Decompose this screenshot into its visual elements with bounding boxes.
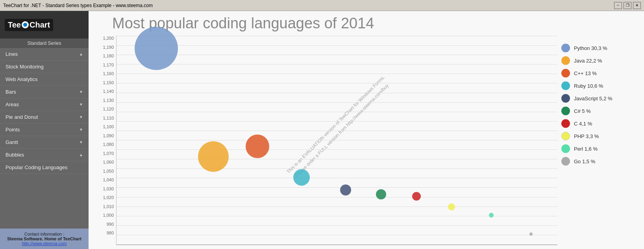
sidebar-item-bars[interactable]: Bars ▼ — [0, 86, 89, 98]
logo: Tee Chart — [5, 19, 53, 31]
y-axis-label: 1,030 — [103, 186, 114, 191]
grid-line — [117, 55, 557, 55]
legend-label: Go 1,5 % — [574, 159, 595, 164]
points-arrow: ▼ — [79, 127, 83, 132]
y-axis-label: 1,190 — [103, 45, 114, 50]
legend-label: Perl 1,6 % — [574, 146, 598, 152]
legend-item: JavaScript 5,2 % — [561, 94, 632, 103]
contact-url[interactable]: http://www.steema.com — [22, 241, 67, 246]
legend-label: JavaScript 5,2 % — [574, 96, 613, 101]
watermark: This is an EVALUATION version of TeeChar… — [285, 74, 393, 182]
legend-label: Ruby 10,6 % — [574, 83, 603, 89]
grid-line — [117, 64, 557, 65]
legend-label: Java 22,2 % — [574, 58, 602, 64]
bubble-ruby[interactable] — [293, 169, 310, 186]
bubble-python[interactable] — [135, 27, 178, 70]
chart-with-axis: 1,2001,1901,1801,1701,1601,1501,1401,130… — [96, 36, 557, 245]
y-axis-label: 1,010 — [103, 204, 114, 209]
contact-company: Steema Software. Home of TeeChart — [7, 236, 81, 241]
sidebar-item-pie[interactable]: Pie and Donut ▼ — [0, 111, 89, 124]
y-axis-label: 1,100 — [103, 124, 114, 129]
legend-item: Perl 1,6 % — [561, 144, 632, 153]
legend-color — [561, 132, 570, 140]
bubble-c[interactable] — [412, 192, 421, 201]
sidebar-item-areas[interactable]: Areas ▼ — [0, 98, 89, 111]
legend-item: Python 30,3 % — [561, 44, 632, 52]
bubble-c++[interactable] — [246, 135, 269, 158]
logo-chart: Chart — [30, 20, 50, 30]
grid-line — [117, 235, 557, 235]
legend-color — [561, 81, 570, 90]
bubble-javascript[interactable] — [340, 184, 351, 196]
y-axis-label: 1,200 — [103, 36, 114, 41]
y-axis-label: 1,060 — [103, 160, 114, 164]
legend-color — [561, 107, 570, 115]
restore-button[interactable]: ❐ — [624, 2, 631, 9]
window-controls: − ❐ ✕ — [614, 2, 641, 9]
grid-line — [117, 36, 557, 36]
bars-arrow: ▼ — [79, 90, 83, 94]
grid-line — [117, 207, 557, 207]
y-axis-label: 1,180 — [103, 53, 114, 58]
grid-line — [117, 83, 557, 83]
sidebar-section-header: Standard Series — [0, 39, 89, 48]
grid-line — [117, 112, 557, 112]
y-axis-label: 1,050 — [103, 169, 114, 173]
y-axis-label: 1,090 — [103, 133, 114, 138]
sidebar-item-gantt[interactable]: Gantt ▼ — [0, 136, 89, 149]
legend-item: C# 5 % — [561, 107, 632, 115]
minimize-button[interactable]: − — [614, 2, 622, 9]
legend: Python 30,3 %Java 22,2 %C++ 13 %Ruby 10,… — [557, 36, 636, 245]
legend-color — [561, 69, 570, 77]
grid-line — [117, 244, 557, 245]
bubble-perl[interactable] — [489, 213, 494, 218]
y-axis-label: 1,070 — [103, 151, 114, 156]
grid-line — [117, 225, 557, 226]
legend-color — [561, 94, 570, 103]
y-axis-label: 1,170 — [103, 63, 114, 67]
sidebar: Tee Chart Standard Series Lines ▲ Stock … — [0, 11, 89, 249]
bubble-go[interactable] — [529, 232, 533, 236]
legend-label: PHP 3,3 % — [574, 133, 599, 139]
sidebar-item-points[interactable]: Points ▼ — [0, 124, 89, 136]
y-axis-label: 1,150 — [103, 80, 114, 85]
y-axis: 1,2001,1901,1801,1701,1601,1501,1401,130… — [96, 36, 116, 245]
legend-label: C# 5 % — [574, 108, 591, 114]
bubble-java[interactable] — [198, 141, 229, 172]
close-button[interactable]: ✕ — [633, 2, 641, 9]
y-axis-label: 1,020 — [103, 195, 114, 200]
y-axis-label: 980 — [107, 231, 114, 235]
sidebar-item-stock-monitoring[interactable]: Stock Monitoring — [0, 61, 89, 73]
sidebar-item-bubbles[interactable]: Bubbles ▲ — [0, 149, 89, 161]
y-axis-label: 1,130 — [103, 98, 114, 103]
grid-line — [117, 197, 557, 197]
contact-header: Contact information : — [5, 232, 84, 236]
y-axis-label: 990 — [107, 222, 114, 227]
legend-label: C 4,1 % — [574, 121, 592, 127]
gantt-arrow: ▼ — [79, 140, 83, 144]
legend-label: C++ 13 % — [574, 70, 597, 76]
grid-line — [117, 131, 557, 131]
legend-color — [561, 157, 570, 166]
grid-line — [117, 159, 557, 159]
chart-title: Most popular coding languages of 2014 — [96, 15, 636, 32]
main-content: Most popular coding languages of 2014 1,… — [89, 11, 644, 249]
bubble-php[interactable] — [448, 203, 455, 210]
sidebar-item-popular-coding[interactable]: Popular Coding Languages — [0, 161, 89, 174]
sidebar-item-web-analytics[interactable]: Web Analytics — [0, 73, 89, 86]
logo-area: Tee Chart — [0, 11, 89, 39]
legend-item: PHP 3,3 % — [561, 132, 632, 140]
bubbles-arrow: ▲ — [79, 153, 83, 157]
grid-line — [117, 140, 557, 140]
y-axis-label: 1,080 — [103, 142, 114, 147]
chart-area: 1,2001,1901,1801,1701,1601,1501,1401,130… — [96, 36, 636, 245]
legend-item: Ruby 10,6 % — [561, 81, 632, 90]
legend-color — [561, 56, 570, 65]
bubble-c#[interactable] — [376, 189, 386, 199]
legend-color — [561, 144, 570, 153]
grid-line — [117, 74, 557, 74]
grid-line — [117, 149, 557, 150]
sidebar-item-lines[interactable]: Lines ▲ — [0, 48, 89, 61]
legend-item: C++ 13 % — [561, 69, 632, 77]
y-axis-label: 1,120 — [103, 107, 114, 111]
